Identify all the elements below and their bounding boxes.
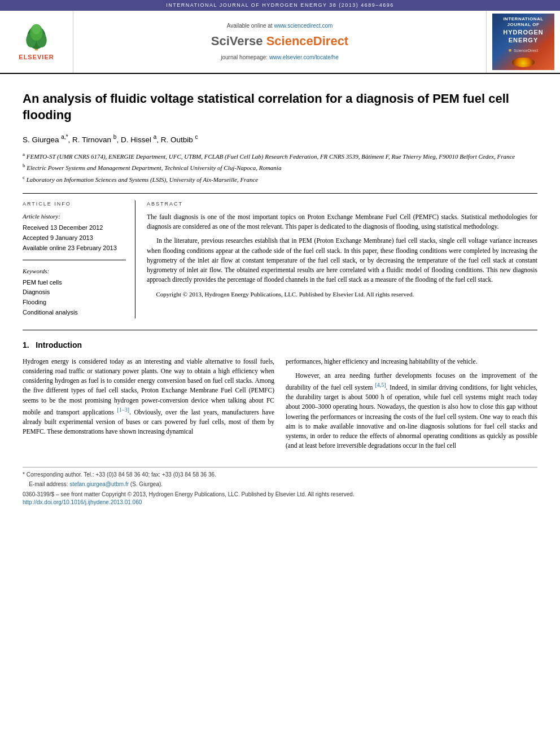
keywords-label: Keywords: (23, 267, 126, 276)
sciencedirect-logo-text: ScienceDirect (266, 34, 349, 48)
journal-cover: International Journal of HYDROGENENERGY … (492, 14, 554, 70)
article-info-column: Article Info Article history: Received 1… (23, 200, 135, 318)
introduction-body: Hydrogen energy is considered today as a… (23, 357, 537, 456)
cover-logo: ■ ScienceDirect (509, 47, 539, 54)
email-note: E-mail address: stefan.giurgea@utbm.fr (… (23, 480, 537, 489)
abstract-para-2: In the literature, previous researches e… (147, 236, 537, 285)
intro-para-3: However, an area needing further develop… (286, 371, 537, 451)
authors-divider (23, 193, 537, 194)
sciverse-url[interactable]: www.sciencedirect.com (274, 23, 333, 29)
journal-cover-area: International Journal of HYDROGENENERGY … (487, 11, 560, 73)
accepted-date: Accepted 9 January 2013 (23, 234, 126, 243)
history-keywords-divider (23, 260, 126, 260)
keyword-2: Diagnosis (23, 288, 126, 297)
doi-link[interactable]: http://dx.doi.org/10.1016/j.ijhydene.201… (23, 499, 142, 505)
article-title: An analysis of fluidic voltage statistic… (23, 91, 537, 123)
article-info-heading: Article Info (23, 200, 126, 208)
intro-col-left: Hydrogen energy is considered today as a… (23, 357, 274, 456)
affiliations: a FEMTO-ST (UMR CNRS 6174), ENERGIE Depa… (23, 151, 537, 184)
elsevier-logo-area: ELSEVIER (0, 11, 73, 73)
available-online-text: Available online at www.sciencedirect.co… (227, 22, 333, 30)
abstract-text: The fault diagnosis is one of the most i… (147, 212, 537, 299)
authors-line: S. Giurgea a,*, R. Tirnovan b, D. Hissel… (23, 133, 537, 145)
sciverse-logo-text: SciVerse (211, 34, 263, 48)
keyword-4: Conditional analysis (23, 308, 126, 317)
history-label: Article history: (23, 212, 126, 221)
journal-header: International Journal of Hydrogen Energy… (0, 0, 560, 74)
ref-4-5[interactable]: [4,5] (375, 382, 386, 388)
ref-1-3[interactable]: [1–3] (117, 407, 129, 413)
keyword-1: PEM fuel cells (23, 278, 126, 287)
elsevier-tree-icon (21, 22, 52, 53)
author-email[interactable]: stefan.giurgea@utbm.fr (69, 481, 129, 487)
header-middle: Available online at www.sciencedirect.co… (73, 11, 487, 73)
cover-title: International Journal of HYDROGENENERGY (495, 16, 552, 45)
main-section-divider (23, 330, 537, 330)
intro-para-1: Hydrogen energy is considered today as a… (23, 357, 274, 437)
abstract-column: Abstract The fault diagnosis is one of t… (147, 200, 537, 318)
introduction-title: 1. Introduction (23, 339, 537, 351)
info-abstract-section: Article Info Article history: Received 1… (23, 200, 537, 318)
intro-col-right: performances, higher efficiency and incr… (286, 357, 537, 456)
svg-point-5 (32, 24, 41, 34)
keyword-3: Flooding (23, 298, 126, 307)
elsevier-label: ELSEVIER (19, 53, 54, 62)
page-footer: * Corresponding author. Tel.: +33 (0)3 8… (23, 467, 537, 507)
sciencedirect-logo: SciVerse ScienceDirect (211, 32, 348, 50)
abstract-para-1: The fault diagnosis is one of the most i… (147, 212, 537, 232)
available-online-date: Available online 23 February 2013 (23, 244, 126, 253)
received-date: Received 13 December 2012 (23, 224, 126, 233)
intro-para-2: performances, higher efficiency and incr… (286, 357, 537, 366)
corresponding-author-note: * Corresponding author. Tel.: +33 (0)3 8… (23, 471, 537, 479)
journal-title-strip: International Journal of Hydrogen Energy… (166, 2, 394, 8)
abstract-copyright: Copyright © 2013, Hydrogen Energy Public… (147, 290, 537, 299)
journal-strip: International Journal of Hydrogen Energy… (0, 0, 560, 11)
main-content: An analysis of fluidic voltage statistic… (0, 74, 560, 518)
abstract-heading: Abstract (147, 200, 537, 208)
footer-copyright: 0360-3199/$ – see front matter Copyright… (23, 491, 537, 499)
homepage-url[interactable]: www.elsevier.com/locate/he (269, 54, 339, 60)
footer-doi: http://dx.doi.org/10.1016/j.ijhydene.201… (23, 499, 537, 507)
journal-homepage: journal homepage: www.elsevier.com/locat… (221, 54, 338, 62)
